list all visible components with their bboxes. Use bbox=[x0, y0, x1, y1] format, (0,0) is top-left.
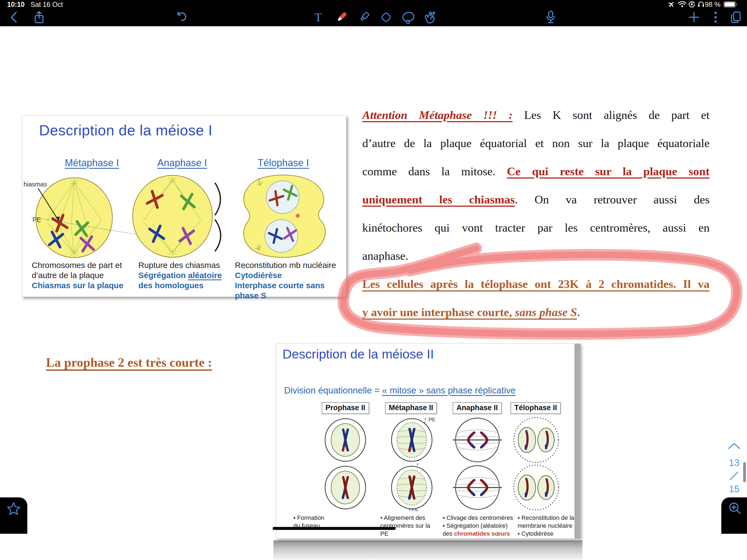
text-segment: Ce qui reste sur la plaque sont bbox=[507, 165, 710, 178]
battery-icon bbox=[723, 1, 738, 8]
favorite-button[interactable] bbox=[0, 498, 27, 534]
phase-label-prophase2: Prophase II bbox=[321, 402, 369, 414]
text-segment: des homologues bbox=[138, 281, 203, 290]
note-page: Description de la méiose I Métaphase I A… bbox=[0, 26, 747, 560]
slide2-caption-anaphase: • Clivage des centromères • Ségrégation … bbox=[443, 514, 516, 538]
microphone-icon bbox=[545, 10, 556, 24]
highlighter-icon bbox=[357, 10, 371, 24]
text-segment: kinétochores qui vont tracter par les ce… bbox=[362, 221, 710, 234]
text-segment: Chromosomes de part et d’autre de la pla… bbox=[32, 261, 122, 280]
text-segment: Ségrégation bbox=[138, 271, 188, 280]
page-up-button[interactable] bbox=[727, 442, 741, 450]
text-segment: Rupture des chiasmas bbox=[138, 261, 220, 270]
star-icon bbox=[6, 502, 21, 515]
text-segment: aléatoire bbox=[188, 271, 222, 280]
pen-tool-button[interactable] bbox=[334, 10, 349, 24]
pages-icon bbox=[730, 11, 742, 24]
rotation-lock-icon bbox=[688, 1, 695, 8]
home-indicator[interactable] bbox=[273, 527, 396, 530]
toolbar: T bbox=[0, 8, 747, 26]
pe-label-slide1: PE bbox=[32, 216, 41, 223]
paragraph-line: uniquement les chiasmas. On va retrouver… bbox=[362, 185, 710, 213]
share-icon bbox=[35, 12, 43, 23]
text-tool-button[interactable]: T bbox=[315, 10, 322, 24]
eraser-tool-button[interactable] bbox=[379, 10, 393, 24]
meiosis2-diagram: PE PE bbox=[277, 417, 581, 513]
slide-meiose-1: Description de la méiose I Métaphase I A… bbox=[22, 116, 346, 297]
undo-button[interactable] bbox=[176, 11, 187, 23]
slide2-title: Description de la méiose II bbox=[282, 347, 434, 361]
slide1-header-metaphase: Métaphase I bbox=[65, 157, 119, 169]
eraser-icon bbox=[379, 10, 393, 24]
lasso-tool-button[interactable] bbox=[401, 10, 416, 25]
slide-meiose-2: Description de la méiose II Division équ… bbox=[276, 343, 581, 539]
slide2-caption-metaphase: • Alignement des centromères sur la PE bbox=[380, 514, 439, 538]
wifi-icon bbox=[677, 1, 687, 8]
text-segment: Chiasmas sur la plaque bbox=[32, 281, 123, 290]
slide2-caption-telophase: • Reconstitution de la membrane nucléair… bbox=[518, 514, 575, 538]
back-button[interactable] bbox=[9, 11, 18, 23]
typed-notes-paragraph: Attention Métaphase !!! : Les K sont ali… bbox=[362, 101, 710, 326]
page-separator bbox=[729, 470, 740, 481]
phase-label-telophase2: Télophase II bbox=[511, 402, 561, 414]
text-segment: d’autre de la plaque équatorial et non s… bbox=[362, 137, 710, 150]
text-segment: y avoir une interphase courte, bbox=[362, 306, 515, 319]
chevron-left-icon bbox=[11, 12, 16, 22]
app-window: 10:10 Sat 16 Oct 98 % bbox=[0, 0, 747, 560]
hand-tool-button[interactable] bbox=[422, 10, 437, 25]
more-options-button[interactable] bbox=[714, 11, 717, 23]
text-segment: comme dans la mitose. bbox=[362, 165, 507, 178]
paragraph-line: kinétochores qui vont tracter par les ce… bbox=[362, 213, 710, 242]
paragraph-line: comme dans la mitose. Ce qui reste sur l… bbox=[362, 157, 710, 185]
highlighter-tool-button[interactable] bbox=[357, 10, 371, 24]
text-segment: Cytodiérèse bbox=[235, 271, 282, 280]
microphone-button[interactable] bbox=[545, 10, 556, 24]
meiosis1-diagram: hiasmas PE bbox=[22, 169, 346, 259]
ellipsis-vertical-icon bbox=[714, 11, 717, 23]
pen-icon bbox=[334, 10, 349, 24]
chevron-up-icon bbox=[729, 443, 740, 449]
phase-label-anaphase2: Anaphase II bbox=[453, 402, 502, 414]
zoom-button[interactable] bbox=[721, 498, 747, 534]
paragraph-line: y avoir une interphase courte, sans phas… bbox=[362, 298, 710, 326]
text-segment: Interphase courte sans phase S bbox=[235, 281, 325, 300]
date: Sat 16 Oct bbox=[31, 1, 63, 8]
slide1-title: Description de la méiose I bbox=[39, 122, 212, 138]
slide2-subtitle-underlined: « mitose » sans phase réplicative bbox=[382, 385, 516, 396]
paragraph-line: anaphase. bbox=[362, 242, 710, 270]
magnifier-plus-icon bbox=[728, 501, 742, 515]
chiasmas-label: hiasmas bbox=[24, 181, 47, 188]
slide2-shadow bbox=[274, 540, 583, 559]
battery-percent: 98 % bbox=[705, 1, 720, 8]
page-current: 13 bbox=[729, 457, 740, 468]
status-bar: 10:10 Sat 16 Oct 98 % bbox=[0, 0, 747, 8]
text-tool-icon: T bbox=[315, 10, 322, 24]
text-segment: • Reconstitution de la membrane nucléair… bbox=[518, 514, 574, 537]
scrollbar-thumb[interactable] bbox=[743, 462, 746, 482]
text-segment: Attention Métaphase !!! : bbox=[362, 108, 513, 121]
clock: 10:10 bbox=[7, 1, 25, 8]
text-segment: chromatides sœurs bbox=[454, 530, 510, 537]
note-heading: La prophase 2 est très courte : bbox=[46, 355, 212, 370]
share-button[interactable] bbox=[34, 11, 45, 24]
slide2-subtitle: Division équationnelle = « mitose » sans… bbox=[284, 385, 516, 396]
slide1-caption-telophase: Reconstitution mb nucléaire Cytodiérèse … bbox=[235, 260, 347, 301]
pointing-hand-icon bbox=[422, 10, 437, 25]
paragraph-line: d’autre de la plaque équatorial et non s… bbox=[362, 129, 710, 157]
plus-icon bbox=[688, 11, 700, 23]
slide1-header-anaphase: Anaphase I bbox=[157, 157, 207, 169]
text-segment: . bbox=[577, 306, 580, 319]
text-segment: Reconstitution mb nucléaire bbox=[235, 261, 336, 270]
phase-label-metaphase2: Métaphase II bbox=[385, 402, 437, 414]
undo-icon bbox=[178, 12, 186, 21]
page-total: 15 bbox=[729, 483, 740, 494]
add-page-button[interactable] bbox=[688, 11, 700, 23]
text-segment: • Alignement des centromères sur la PE bbox=[380, 514, 430, 537]
slide1-header-telophase: Télophase I bbox=[258, 157, 309, 169]
paragraph-line: Attention Métaphase !!! : Les K sont ali… bbox=[362, 101, 710, 129]
lasso-icon bbox=[401, 10, 416, 25]
pe-label-top: PE bbox=[429, 417, 435, 423]
pages-overview-button[interactable] bbox=[730, 11, 742, 24]
paragraph-line: Les cellules après la télophase ont 23K … bbox=[362, 270, 710, 298]
text-segment: Les K sont alignés de part et bbox=[513, 108, 710, 121]
